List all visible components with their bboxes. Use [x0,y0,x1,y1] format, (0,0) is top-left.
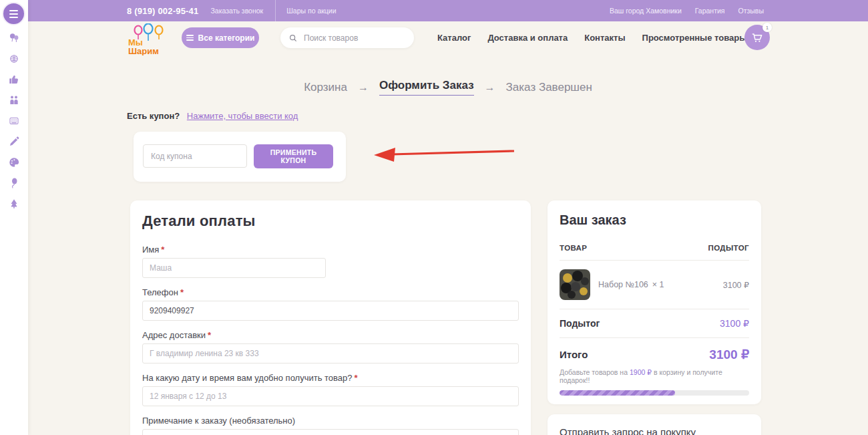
search-bar [280,27,414,48]
order-item-row: Набор №106× 1 3100 ₽ [560,261,749,309]
order-title: Ваш заказ [560,212,749,228]
cart-icon [750,31,764,44]
logo-text-line2: Шарим [128,46,159,55]
name-input[interactable] [142,258,326,278]
nav-viewed-products[interactable]: Просмотренные товары [642,33,747,43]
gift-progress-fill [560,390,675,396]
total-row: Итого 3100 ₽ [560,338,749,368]
hamburger-icon [186,33,194,42]
coupon-code-input[interactable] [143,144,247,168]
purchase-request-link[interactable]: Отправить запрос на покупку [560,426,696,435]
search-input[interactable] [302,33,396,43]
product-column-header: ТОВАР [560,244,587,252]
subtotal-label: Подытог [560,318,600,329]
order-table-header: ТОВАР ПОДЫТОГ [560,244,749,261]
product-quantity: × 1 [652,280,664,289]
balloons-icon[interactable] [8,32,20,44]
top-bar: 8 (919) 002-95-41 Заказать звонок Шары п… [28,0,868,21]
left-sidebar [0,0,28,435]
balloon-icon[interactable] [8,177,20,189]
name-label: Имя [142,245,159,255]
couple-icon[interactable] [8,94,20,106]
subtotal-value: 3100 ₽ [720,318,749,329]
coupon-toggle-link[interactable]: Нажмите, чтобы ввести код [187,111,298,121]
reviews-link[interactable]: Отзывы [738,7,764,15]
menu-button[interactable] [2,2,25,25]
product-thumbnail [560,269,590,300]
datetime-label: На какую дату и время вам удобно получит… [142,373,353,383]
datetime-field-group: На какую дату и время вам удобно получит… [142,374,519,406]
hamburger-icon [9,10,18,11]
nav-contacts[interactable]: Контакты [584,33,625,43]
breadcrumb-checkout[interactable]: Оформить Заказ [379,79,474,96]
purchase-request-card: Отправить запрос на покупку [548,414,761,435]
sidebar-category-icons [0,32,28,210]
breadcrumb-separator: → [485,82,495,94]
subtotal-row: Подытог 3100 ₽ [560,309,749,338]
address-label: Адрес доставки [142,330,206,340]
product-price: 3100 ₽ [723,280,749,290]
address-input[interactable] [142,343,519,364]
phone-label: Телефон [142,287,178,297]
address-field-group: Адрес доставки* [142,331,519,364]
warranty-link[interactable]: Гарантия [695,7,725,15]
total-value: 3100 ₽ [709,347,749,362]
gift-amount: 1900 ₽ [630,368,652,376]
cart-button[interactable]: 1 [744,25,770,50]
nav-catalog[interactable]: Каталог [437,33,471,43]
all-categories-button[interactable]: Все категории [182,27,259,48]
breadcrumb-cart[interactable]: Корзина [304,81,347,94]
pencil-icon[interactable] [8,136,20,148]
tree-icon[interactable] [8,198,20,210]
billing-title: Детали оплаты [142,212,519,230]
thumbs-up-icon[interactable] [8,74,20,86]
shop-logo[interactable]: Мы Шарим [128,23,168,55]
breadcrumb: Корзина → Оформить Заказ → Заказ Заверше… [28,79,868,96]
note-field-group: Примечание к заказу (необязательно) [142,416,519,435]
order-note-textarea[interactable] [142,429,519,435]
checkout-page: 8 (919) 002-95-41 Заказать звонок Шары п… [0,0,868,435]
coupon-question: Есть купон? [127,111,180,121]
required-asterisk: * [180,287,184,297]
disco-ball-icon[interactable] [8,53,20,65]
palette-icon[interactable] [8,156,20,168]
gift-promo-text: Добавьте товаров на1900 ₽в корзину и пол… [560,368,749,384]
main-nav: Каталог Доставка и оплата Контакты Просм… [437,33,746,43]
breadcrumb-separator: → [358,82,369,94]
city-selector[interactable]: Ваш город Хамовники [610,7,682,15]
billing-details-card: Детали оплаты Имя* Телефон* Адрес достав… [130,200,531,435]
required-asterisk: * [355,373,358,383]
phone-field-group: Телефон* [142,288,519,321]
nav-delivery-payment[interactable]: Доставка и оплата [487,33,568,43]
order-summary-card: Ваш заказ ТОВАР ПОДЫТОГ Набор №106× 1 [548,200,761,404]
gift-progress-bar [560,390,749,396]
total-label: Итого [560,349,588,360]
topbar-divider [275,0,276,21]
name-field-group: Имя* [142,245,519,278]
all-categories-label: Все категории [198,33,255,43]
subtotal-column-header: ПОДЫТОГ [708,244,749,252]
cart-count-badge: 1 [763,23,772,32]
apply-coupon-button[interactable]: ПРИМЕНИТЬ КУПОН [254,144,333,168]
annotation-arrow-icon [369,144,517,166]
breadcrumb-order-complete: Заказ Завершен [506,81,592,94]
phone-input[interactable] [142,301,519,321]
datetime-input[interactable] [142,386,519,406]
search-icon [288,33,298,43]
calculator-icon[interactable] [8,115,20,127]
coupon-card: ПРИМЕНИТЬ КУПОН [134,132,346,182]
request-call-link[interactable]: Заказать звонок [210,7,263,15]
product-name: Набор №106 [598,280,648,289]
promo-balloons-link[interactable]: Шары по акции [286,7,336,15]
coupon-question-row: Есть купон? Нажмите, чтобы ввести код [127,111,298,121]
required-asterisk: * [161,245,164,255]
order-note-label: Примечание к заказу (необязательно) [142,416,295,426]
required-asterisk: * [208,330,211,340]
phone-number: 8 (919) 002-95-41 [127,6,198,16]
